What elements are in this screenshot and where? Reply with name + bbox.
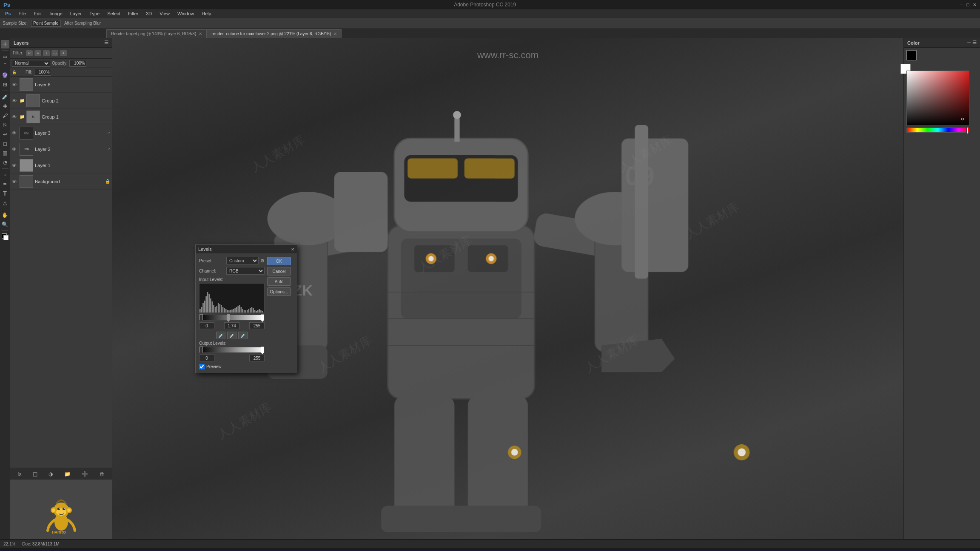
layer-item-background[interactable]: 👁 Background 🔒 [10,173,112,190]
eraser-tool[interactable]: ◻ [1,139,9,148]
eyedropper-black[interactable]: 💉 [216,332,225,339]
menu-layer[interactable]: Layer [67,10,85,17]
options-button[interactable]: Options... [267,287,291,296]
output-max-value[interactable] [249,355,265,361]
tab-2-close[interactable]: ✕ [333,31,337,36]
menu-help[interactable]: Help [198,10,215,17]
input-mid-value[interactable] [224,322,239,329]
tab-1-close[interactable]: ✕ [199,31,202,36]
menu-image[interactable]: Image [46,10,66,17]
layer-item-layer2[interactable]: 👁 TZK Layer 2 ↗ [10,141,112,157]
path-tool[interactable]: △ [1,199,9,207]
layers-panel-menu[interactable]: ☰ [104,40,108,45]
input-black-handle[interactable] [199,314,203,322]
menu-file[interactable]: File [15,10,29,17]
preview-checkbox-label[interactable]: Preview [199,364,222,369]
layer-item-layer3[interactable]: 👁 09 Layer 3 ↗ [10,125,112,141]
input-max-value[interactable] [249,322,265,329]
filter-type-shape[interactable]: ▭ [51,50,58,56]
history-brush-tool[interactable]: ↩ [1,130,9,139]
eyedropper-gray[interactable]: 💉 [227,332,236,339]
tab-2[interactable]: render_octane for maintower 2.png @ 221%… [207,29,342,38]
text-tool[interactable]: T [1,189,9,198]
color-gradient-picker[interactable] [906,71,969,126]
marquee-tool[interactable]: ▭ [1,52,9,61]
quick-select-tool[interactable]: 🔮 [1,71,9,80]
auto-button[interactable]: Auto [267,277,291,286]
output-white-handle[interactable] [261,347,264,354]
eyedropper-white[interactable]: 💉 [238,332,248,339]
layer-item-layer6[interactable]: 👁 Layer 6 [10,77,112,93]
layer6-visibility[interactable]: 👁 [12,82,18,87]
sample-size-input[interactable] [31,20,61,27]
brush-tool[interactable]: 🖌 [1,111,9,120]
cancel-button[interactable]: Cancel [267,267,291,276]
add-fx-btn[interactable]: fx [17,471,21,477]
menu-type[interactable]: Type [86,10,103,17]
gradient-tool[interactable]: ▥ [1,149,9,157]
window-controls[interactable]: ─ □ ✕ [960,2,977,8]
input-levels-slider[interactable] [199,315,265,321]
filter-type-adjustment[interactable]: A [34,50,41,56]
dialog-titlebar[interactable]: Levels ✕ [196,245,297,253]
layer3-visibility[interactable]: 👁 [12,131,18,136]
fill-input[interactable] [34,69,51,76]
menu-select[interactable]: Select [104,10,124,17]
lasso-tool[interactable]: ⌒ [1,62,9,70]
layer2-visibility[interactable]: 👁 [12,147,18,152]
zoom-tool[interactable]: 🔍 [1,220,9,229]
color-panel-collapse[interactable]: ─ [967,40,971,45]
layer-blend-mode[interactable]: Normal Multiply Screen [12,60,50,67]
add-adjustment-btn[interactable]: ◑ [48,471,53,477]
add-group-btn[interactable]: 📁 [64,471,71,477]
preview-checkbox[interactable] [199,364,205,369]
menu-edit[interactable]: Edit [30,10,45,17]
heal-tool[interactable]: ✚ [1,102,9,111]
filter-type-text[interactable]: T [43,50,50,56]
dialog-close-btn[interactable]: ✕ [291,247,294,252]
menu-3d[interactable]: 3D [142,10,155,17]
layer1-visibility[interactable]: 👁 [12,163,18,168]
taskbar-app-chrome[interactable]: ⭕ [156,550,171,551]
layer-item-group1[interactable]: 👁 📁 S Group 1 [10,109,112,125]
fg-bg-colors[interactable] [1,233,9,241]
delete-layer-btn[interactable]: 🗑 [100,471,105,477]
add-layer-btn[interactable]: ➕ [82,471,88,477]
color-panel-menu[interactable]: ☰ [972,40,977,45]
menu-filter[interactable]: Filter [125,10,142,17]
foreground-color-swatch[interactable] [906,50,917,60]
input-min-value[interactable] [199,322,214,329]
channel-select[interactable]: RGB Red Green Blue [226,267,265,275]
output-black-handle[interactable] [199,347,203,354]
move-tool[interactable]: ✛ [1,40,9,48]
start-button[interactable] [3,550,19,551]
preset-select[interactable]: Custom Default [226,257,259,264]
menu-view[interactable]: View [156,10,173,17]
opacity-input[interactable] [69,60,86,67]
tab-1[interactable]: Render target.png @ 143% (Layer 6, RGB/8… [106,29,207,38]
clone-tool[interactable]: ⎘ [1,121,9,129]
crop-tool[interactable]: ⊞ [1,80,9,89]
input-white-handle[interactable] [261,314,264,322]
pen-tool[interactable]: ✒ [1,180,9,188]
output-levels-slider[interactable] [199,347,265,353]
menu-window[interactable]: Window [174,10,197,17]
close-btn[interactable]: ✕ [973,2,977,8]
output-min-value[interactable] [199,355,214,361]
ok-button[interactable]: OK [267,257,291,265]
background-visibility[interactable]: 👁 [12,179,18,184]
input-mid-handle[interactable] [227,314,230,322]
menu-ps[interactable]: Ps [2,10,14,17]
taskbar-app-taskview[interactable]: ⊞ [107,550,122,551]
filter-type-smart[interactable]: ✦ [60,50,67,56]
group1-visibility[interactable]: 👁 [12,114,18,119]
hand-tool[interactable]: ✋ [1,211,9,219]
dodge-tool[interactable]: ○ [1,170,9,179]
group2-visibility[interactable]: 👁 [12,98,18,103]
layer-item-group2[interactable]: 👁 📁 Group 2 [10,93,112,109]
add-mask-btn[interactable]: ◫ [33,471,37,477]
maximize-btn[interactable]: □ [966,2,969,8]
taskbar-app-photoshop[interactable]: Ps [188,550,203,551]
minimize-btn[interactable]: ─ [960,2,963,8]
taskbar-app-firefox[interactable]: 🦊 [172,550,187,551]
